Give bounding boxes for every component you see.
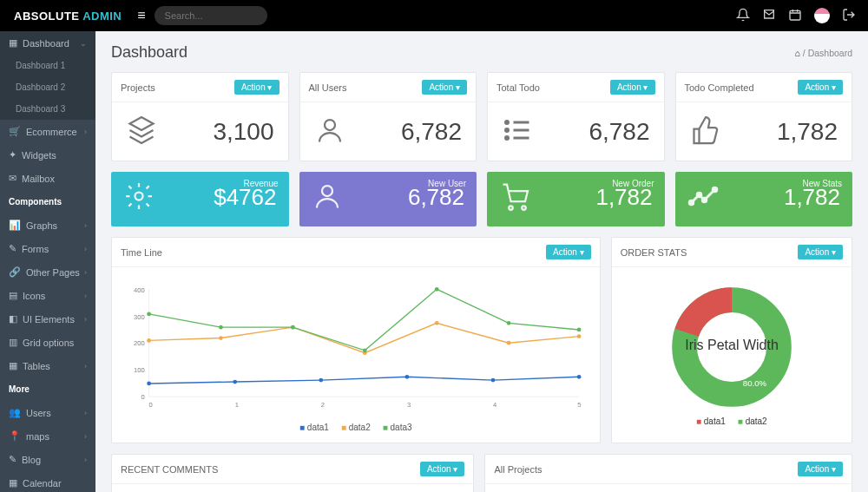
svg-text:4: 4 [493,401,497,409]
svg-point-13 [697,193,701,197]
stat-title: All Users [309,82,347,93]
sidebar-item-blog[interactable]: ✎Blog› [0,448,95,471]
svg-point-2 [506,121,509,124]
table-icon: ▦ [9,360,17,371]
avatar[interactable] [814,8,830,23]
inbox-icon[interactable] [762,8,776,24]
sidebar-item-forms[interactable]: ✎Forms› [0,237,95,260]
stat-card: Projects Action ▾ 3,100 [111,72,289,161]
tile-label: New Order [612,179,654,188]
timeline-title: Time Line [121,247,162,258]
bell-icon[interactable] [736,8,750,24]
sidebar-item-ecommerce[interactable]: 🛒Ecommerce› [0,120,95,143]
menu-toggle-icon[interactable]: ≡ [128,8,154,23]
mail-icon: ✉ [9,173,16,184]
sidebar-item-widgets[interactable]: ✦Widgets [0,143,95,167]
svg-text:300: 300 [134,313,145,321]
page-title: Dashboard [111,43,187,62]
stat-title: Projects [121,82,155,93]
sidebar-item-icons[interactable]: ▤Icons› [0,284,95,307]
comments-action-button[interactable]: Action ▾ [420,462,465,476]
svg-point-45 [363,348,367,352]
stat-card: Total Todo Action ▾ 6,782 [487,72,665,161]
svg-point-39 [435,321,439,325]
user-icon [312,180,343,214]
svg-point-46 [435,287,439,292]
svg-point-3 [506,129,509,132]
sidebar-item-calendar[interactable]: ▦Calendar [0,471,95,492]
sidebar-item-maps[interactable]: 📍maps› [0,424,95,448]
svg-point-48 [577,328,582,332]
stat-card: Todo Completed Action ▾ 1,782 [675,72,853,161]
brand-logo[interactable]: ABSOLUTE ADMIN [7,10,128,23]
breadcrumb: ⌂ / Dashboard [795,48,852,58]
svg-point-8 [135,193,143,200]
orderstats-donut: 20.0% 80.0% Iris Petal Width [654,278,810,417]
search-input[interactable] [155,6,267,25]
ui-icon: ◧ [9,313,17,325]
svg-text:200: 200 [134,339,145,347]
tile: New Stats 1,782 [675,172,853,226]
svg-point-29 [147,382,151,386]
breadcrumb-home-icon[interactable]: ⌂ [795,48,800,58]
sidebar-item-dashboard[interactable]: ▦Dashboard ⌄ [0,31,95,55]
list-icon [502,115,533,148]
svg-point-32 [405,375,410,379]
svg-point-43 [219,325,223,330]
timeline-chart: 0 100 200 300 400 012345 [124,278,588,417]
svg-text:0: 0 [141,393,145,401]
svg-point-44 [291,325,295,330]
sidebar-item-dashboard2[interactable]: Dashboard 2 [0,76,95,98]
sidebar-item-dashboard1[interactable]: Dashboard 1 [0,55,95,76]
tile: New Order 1,782 [487,172,665,226]
sidebar-item-users[interactable]: 👥Users› [0,401,95,424]
dashboard-icon: ▦ [9,37,17,49]
calendar-icon[interactable] [788,8,802,24]
svg-text:2: 2 [321,401,325,409]
comments-title: RECENT COMMENTS [121,464,218,475]
sidebar-item-tables[interactable]: ▦Tables› [0,354,95,377]
timeline-action-button[interactable]: Action ▾ [546,245,591,259]
stat-action-button[interactable]: Action ▾ [610,80,655,95]
cart-icon: 🛒 [9,126,21,137]
svg-text:400: 400 [134,286,145,294]
sidebar-item-mailbox[interactable]: ✉Mailbox [0,167,95,190]
sidebar-item-otherpages[interactable]: 🔗Other Pages› [0,260,95,284]
svg-point-4 [506,137,509,140]
orderstats-title: ORDER STATS [621,247,687,258]
sidebar-item-dashboard3[interactable]: Dashboard 3 [0,98,95,120]
comments-panel: RECENT COMMENTS Action ▾ Monica Smith 1m… [111,454,474,492]
svg-text:5: 5 [577,401,581,409]
svg-point-15 [713,187,717,192]
svg-point-33 [491,378,496,383]
sidebar-item-uielements[interactable]: ◧UI Elements› [0,307,95,331]
svg-text:80.0%: 80.0% [743,378,767,388]
pencil-icon: ✎ [9,454,16,465]
thumb-icon [690,115,721,148]
stat-action-button[interactable]: Action ▾ [422,80,467,95]
tile-label: New Stats [802,179,842,188]
users-icon: 👥 [9,407,21,418]
stat-action-button[interactable]: Action ▾ [234,80,279,95]
svg-point-36 [219,336,223,340]
timeline-legend: data1 data2 data3 [124,423,588,432]
svg-point-10 [509,206,513,210]
projects-action-button[interactable]: Action ▾ [798,462,843,476]
stat-value: 1,782 [777,118,838,146]
stat-value: 6,782 [401,118,462,146]
sidebar: ▦Dashboard ⌄ Dashboard 1 Dashboard 2 Das… [0,31,95,492]
sidebar-item-graphs[interactable]: 📊Graphs› [0,213,95,237]
svg-rect-0 [790,10,800,20]
sidebar-item-grid[interactable]: ▥Grid options [0,331,95,354]
svg-text:Iris Petal Width: Iris Petal Width [685,338,779,352]
svg-text:100: 100 [134,366,145,374]
svg-point-14 [702,198,707,202]
form-icon: ✎ [9,243,16,254]
orderstats-action-button[interactable]: Action ▾ [798,245,843,259]
svg-point-35 [147,338,151,343]
projects-title: All Projects [494,464,542,475]
svg-point-30 [233,380,237,384]
svg-text:20.0%: 20.0% [712,318,736,328]
stat-action-button[interactable]: Action ▾ [798,80,843,95]
logout-icon[interactable] [842,8,856,24]
